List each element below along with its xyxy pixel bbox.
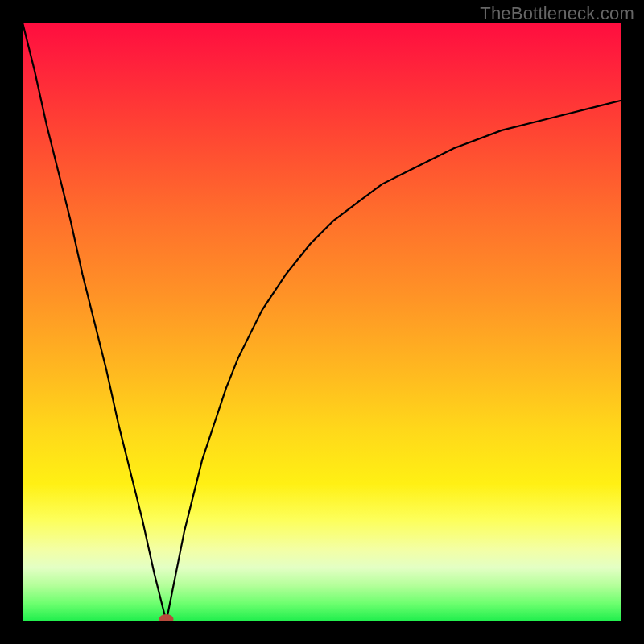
chart-frame: TheBottleneck.com xyxy=(0,0,644,644)
chart-svg xyxy=(23,23,621,621)
watermark-text: TheBottleneck.com xyxy=(480,3,634,24)
curve-left-branch xyxy=(23,23,167,621)
plot-area xyxy=(23,23,621,621)
minimum-marker xyxy=(159,614,174,621)
curve-right-branch xyxy=(167,101,621,621)
